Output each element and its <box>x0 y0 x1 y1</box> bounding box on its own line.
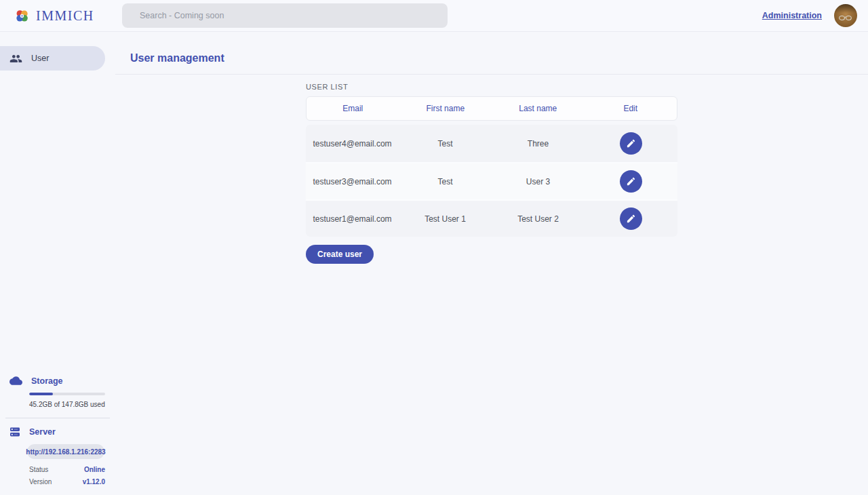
column-header-email: Email <box>307 104 399 113</box>
server-url-badge: http://192.168.1.216:2283 <box>27 444 104 459</box>
cell-first-name: Test <box>399 177 492 186</box>
create-user-button[interactable]: Create user <box>306 245 374 264</box>
server-icon <box>9 427 20 437</box>
cell-last-name: Test User 2 <box>492 214 585 224</box>
search-input[interactable] <box>122 3 448 28</box>
page-title: User management <box>115 52 868 64</box>
table-header: Email First name Last name Edit <box>306 96 677 121</box>
storage-section: Storage 45.2GB of 147.8GB used <box>0 374 115 408</box>
server-status-value: Online <box>84 466 105 473</box>
server-status-label: Status <box>29 466 48 473</box>
table-body: testuser4@email.com Test Three testuser3… <box>306 125 677 237</box>
server-title: Server <box>29 427 56 437</box>
avatar[interactable] <box>834 4 857 27</box>
user-list-label: USER LIST <box>306 83 677 91</box>
column-header-last-name: Last name <box>492 104 585 113</box>
administration-link[interactable]: Administration <box>762 11 822 20</box>
cell-email: testuser3@email.com <box>306 177 399 186</box>
sidebar-item-user[interactable]: User <box>0 46 105 71</box>
cell-first-name: Test User 1 <box>399 214 492 224</box>
table-row: testuser4@email.com Test Three <box>306 125 677 162</box>
storage-progress-bar <box>29 393 105 395</box>
cell-email: testuser1@email.com <box>306 214 399 224</box>
cloud-icon <box>9 374 22 387</box>
cell-last-name: User 3 <box>492 177 585 186</box>
pencil-icon <box>626 138 636 148</box>
sidebar-bottom: Storage 45.2GB of 147.8GB used <box>0 374 115 495</box>
edit-user-button[interactable] <box>620 132 642 155</box>
immich-logo-icon <box>14 7 31 24</box>
server-version-value: v1.12.0 <box>83 478 105 486</box>
column-header-first-name: First name <box>399 104 492 113</box>
sidebar-divider <box>5 418 110 418</box>
cell-first-name: Test <box>399 139 492 148</box>
storage-title: Storage <box>31 376 63 386</box>
glasses-icon <box>838 14 853 22</box>
sidebar-item-label: User <box>31 54 49 63</box>
storage-usage-text: 45.2GB of 147.8GB used <box>29 401 115 408</box>
server-version-label: Version <box>29 478 52 486</box>
edit-user-button[interactable] <box>620 170 642 193</box>
table-row: testuser3@email.com Test User 3 <box>306 162 677 199</box>
pencil-icon <box>626 176 636 186</box>
pencil-icon <box>626 214 636 224</box>
cell-email: testuser4@email.com <box>306 139 399 148</box>
brand: IMMICH <box>14 7 94 24</box>
storage-progress-fill <box>29 393 53 395</box>
cell-last-name: Three <box>492 139 585 148</box>
user-group-icon <box>9 52 22 65</box>
main-content: User management USER LIST Email First na… <box>115 32 868 495</box>
top-bar: IMMICH Administration <box>0 0 868 32</box>
sidebar: User Storage 45.2GB of 147.8GB used <box>0 32 115 495</box>
server-section: Server http://192.168.1.216:2283 Status … <box>0 427 115 486</box>
brand-name: IMMICH <box>36 8 94 24</box>
column-header-edit: Edit <box>585 104 677 113</box>
edit-user-button[interactable] <box>620 207 642 230</box>
table-row: testuser1@email.com Test User 1 Test Use… <box>306 199 677 237</box>
title-divider <box>115 74 868 75</box>
